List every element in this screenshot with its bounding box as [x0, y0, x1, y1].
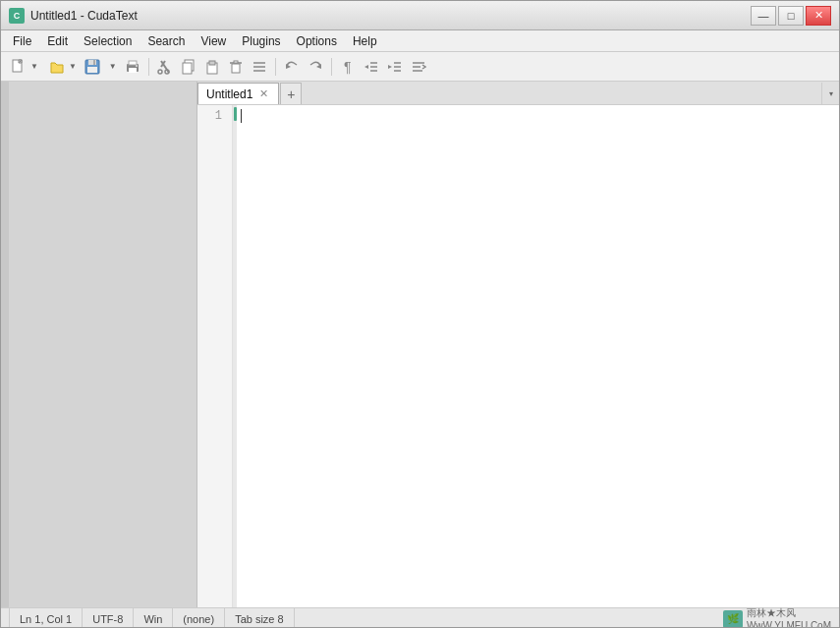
print-btn[interactable]: [122, 56, 143, 78]
status-bar: Ln 1, Col 1 UTF-8 Win (none) Tab size 8 …: [1, 607, 839, 628]
menu-item-file[interactable]: File: [5, 31, 39, 51]
editor-line-1: [241, 107, 835, 125]
title-controls: — □ ✕: [751, 6, 831, 26]
sep-2: [275, 58, 276, 76]
title-bar: C Untitled1 - CudaText — □ ✕: [1, 1, 839, 30]
watermark-label: 雨林★木风 WwW.YLMFU.CoM: [747, 606, 831, 628]
open-file-arrow: ▼: [69, 62, 77, 71]
delete-btn[interactable]: [225, 56, 247, 78]
svg-rect-4: [93, 60, 95, 65]
new-file-dropdown[interactable]: ▼: [5, 55, 41, 79]
title-left: C Untitled1 - CudaText: [9, 8, 138, 24]
new-file-btn[interactable]: [8, 56, 29, 78]
sep-1: [148, 58, 149, 76]
tab-label: Untitled1: [206, 87, 252, 101]
svg-point-12: [158, 70, 162, 74]
save-arrow: ▼: [109, 62, 117, 71]
svg-marker-25: [316, 64, 321, 69]
cut-btn[interactable]: [154, 56, 176, 78]
menu-item-view[interactable]: View: [193, 31, 234, 51]
svg-marker-29: [364, 65, 368, 69]
app-icon: C: [9, 8, 25, 24]
copy-btn[interactable]: [178, 56, 199, 78]
paste-btn[interactable]: [201, 56, 223, 78]
new-file-arrow: ▼: [30, 62, 38, 71]
indent-btn[interactable]: [384, 56, 406, 78]
svg-rect-9: [136, 65, 138, 67]
status-encoding: UTF-8: [83, 608, 134, 628]
line-numbers: 1: [197, 105, 233, 607]
editor-container: Untitled1 ✕ + ▾ 1: [197, 82, 839, 607]
menu-bar: FileEditSelectionSearchViewPluginsOption…: [1, 30, 839, 52]
menu-item-options[interactable]: Options: [289, 31, 345, 51]
sidebar-scrollbar[interactable]: [1, 82, 9, 607]
toolbar: ▼ ▼ ▼: [1, 52, 839, 82]
minimize-button[interactable]: —: [751, 6, 776, 26]
sidebar-content: [9, 82, 196, 607]
sidebar-minimap: [1, 82, 197, 607]
menu-item-selection[interactable]: Selection: [76, 31, 140, 51]
new-tab-btn[interactable]: +: [280, 83, 302, 104]
svg-marker-24: [286, 64, 291, 69]
menu-item-edit[interactable]: Edit: [39, 31, 76, 51]
show-whitespace-btn[interactable]: ¶: [337, 56, 359, 78]
main-area: Untitled1 ✕ + ▾ 1: [1, 82, 839, 607]
svg-rect-18: [232, 64, 240, 73]
status-line-ending: Win: [134, 608, 173, 628]
status-tab-size: Tab size 8: [225, 608, 295, 628]
close-button[interactable]: ✕: [806, 6, 831, 26]
column-btn[interactable]: [408, 56, 429, 78]
open-file-dropdown[interactable]: ▼: [43, 55, 80, 79]
text-editor[interactable]: [237, 105, 839, 607]
line-number-1: 1: [197, 107, 228, 125]
svg-rect-17: [209, 61, 215, 65]
outdent-btn[interactable]: [361, 56, 382, 78]
status-watermark: 🌿 雨林★木风 WwW.YLMFU.CoM: [723, 606, 831, 628]
svg-rect-20: [234, 61, 238, 63]
watermark-icon: 🌿: [723, 610, 743, 628]
tab-close-btn[interactable]: ✕: [256, 87, 270, 101]
align-btn[interactable]: [249, 56, 270, 78]
tab-list-dropdown[interactable]: ▾: [821, 83, 839, 104]
tab-bar: Untitled1 ✕ + ▾: [197, 82, 839, 105]
svg-rect-15: [183, 63, 192, 74]
title-text: Untitled1 - CudaText: [30, 9, 138, 23]
status-position: Ln 1, Col 1: [9, 608, 83, 628]
tab-untitled1[interactable]: Untitled1 ✕: [197, 83, 279, 104]
text-cursor: [241, 109, 242, 123]
svg-point-13: [165, 70, 169, 74]
menu-item-plugins[interactable]: Plugins: [234, 31, 288, 51]
sep-3: [331, 58, 332, 76]
status-lexer: (none): [173, 608, 225, 628]
svg-rect-7: [129, 68, 137, 73]
svg-rect-8: [129, 61, 137, 65]
maximize-button[interactable]: □: [778, 6, 804, 26]
redo-btn[interactable]: [305, 56, 326, 78]
svg-marker-33: [388, 65, 392, 69]
save-file-btn[interactable]: [82, 56, 103, 78]
editor-content[interactable]: 1: [197, 105, 839, 607]
open-file-btn[interactable]: [46, 56, 68, 78]
save-dropdown[interactable]: ▼: [105, 61, 120, 72]
svg-rect-5: [87, 67, 97, 73]
menu-item-search[interactable]: Search: [140, 31, 193, 51]
menu-item-help[interactable]: Help: [345, 31, 385, 51]
undo-btn[interactable]: [281, 56, 303, 78]
